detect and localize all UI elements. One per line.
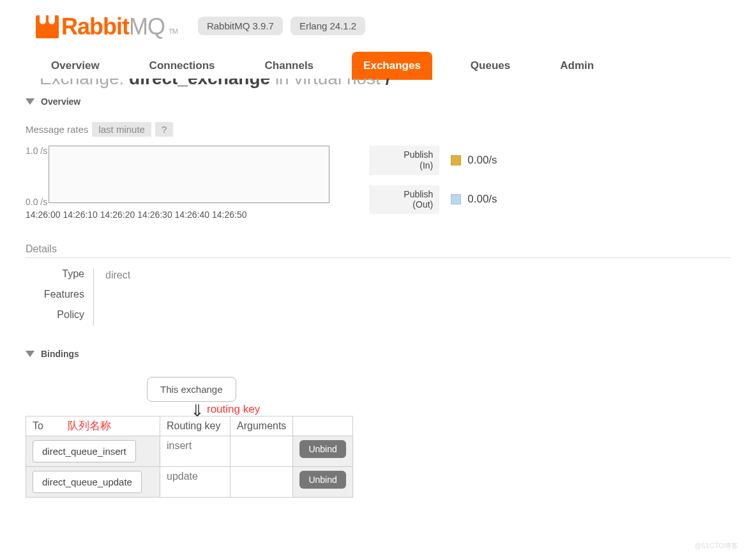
version-badge: RabbitMQ 3.9.7: [198, 17, 283, 35]
erlang-badge: Erlang 24.1.2: [291, 17, 365, 35]
binding-row: direct_queue_update update Unbind: [26, 467, 353, 498]
detail-value-type: direct: [105, 270, 130, 281]
details-heading: Details: [26, 243, 730, 258]
swatch-publish-out-icon: [451, 194, 461, 204]
rates-help-button[interactable]: ?: [155, 122, 173, 137]
tab-queues[interactable]: Queues: [459, 52, 522, 80]
queue-link[interactable]: direct_queue_update: [33, 471, 142, 493]
rates-panel: 1.0 /s 0.0 /s 14:26:00 14:26:10 14:26:20…: [26, 146, 730, 224]
tab-overview[interactable]: Overview: [40, 52, 111, 80]
detail-label-type: Type: [26, 268, 84, 280]
tab-channels[interactable]: Channels: [253, 52, 326, 80]
chevron-down-icon: [26, 98, 34, 105]
queue-link[interactable]: direct_queue_insert: [33, 440, 136, 462]
annotation-routing-key: routing key: [207, 403, 260, 416]
arguments-cell: [231, 467, 293, 498]
col-actions: [293, 416, 352, 436]
legend: Publish(In) 0.00/s Publish(Out) 0.00/s: [369, 146, 497, 224]
page-heading: Exchange: direct_exchange in virtual hos…: [26, 79, 730, 90]
x-ticks: 14:26:00 14:26:10 14:26:20 14:26:30 14:2…: [26, 210, 329, 220]
detail-label-features: Features: [26, 289, 84, 300]
detail-label-policy: Policy: [26, 309, 84, 321]
logo: RabbitMQ TM: [36, 11, 178, 40]
unbind-button[interactable]: Unbind: [299, 471, 345, 489]
logo-text-rabbit: Rabbit: [61, 13, 129, 40]
nav-tabs: Overview Connections Channels Exchanges …: [26, 52, 730, 80]
rabbitmq-logo-icon: [36, 15, 59, 38]
legend-publish-out: Publish(Out) 0.00/s: [369, 185, 497, 215]
rates-chart: [49, 146, 329, 203]
legend-publish-in: Publish(In) 0.00/s: [369, 146, 497, 175]
swatch-publish-in-icon: [451, 155, 461, 165]
section-overview-toggle[interactable]: Overview: [26, 90, 730, 113]
tab-exchanges[interactable]: Exchanges: [352, 52, 432, 80]
message-rates-label: Message rates: [26, 124, 88, 135]
col-arguments: Arguments: [231, 416, 293, 436]
y-tick-bottom: 0.0 /s: [26, 197, 47, 207]
details-grid: Type Features Policy direct: [26, 268, 730, 326]
app-header: RabbitMQ TM RabbitMQ 3.9.7 Erlang 24.1.2: [26, 0, 730, 50]
section-bindings-title: Bindings: [41, 349, 79, 359]
arguments-cell: [231, 436, 293, 467]
rate-publish-out: 0.00/s: [467, 193, 497, 206]
chevron-down-icon: [26, 351, 34, 357]
tab-admin[interactable]: Admin: [548, 52, 605, 80]
details-separator: [93, 268, 94, 326]
rate-publish-in: 0.00/s: [467, 154, 497, 167]
this-exchange-box: This exchange: [147, 377, 236, 402]
legend-label-publish-out: Publish(Out): [369, 185, 439, 215]
unbind-button[interactable]: Unbind: [299, 440, 345, 458]
binding-row: direct_queue_insert insert Unbind: [26, 436, 353, 467]
logo-text-mq: MQ: [129, 13, 165, 40]
routing-key-cell: update: [160, 467, 231, 498]
annotation-queue-name: 队列名称: [68, 418, 111, 433]
message-rates-row: Message rates last minute ?: [26, 122, 730, 137]
chart-column: 1.0 /s 0.0 /s 14:26:00 14:26:10 14:26:20…: [26, 146, 329, 220]
routing-key-cell: insert: [160, 436, 231, 467]
legend-label-publish-in: Publish(In): [369, 146, 439, 175]
y-tick-top: 1.0 /s: [26, 146, 47, 156]
section-bindings-toggle[interactable]: Bindings: [26, 342, 730, 365]
arrow-down-icon: ⇓: [190, 404, 730, 417]
rates-span-select[interactable]: last minute: [92, 122, 151, 137]
tab-connections[interactable]: Connections: [138, 52, 227, 80]
section-overview-title: Overview: [41, 96, 80, 107]
logo-tm: TM: [169, 27, 178, 35]
